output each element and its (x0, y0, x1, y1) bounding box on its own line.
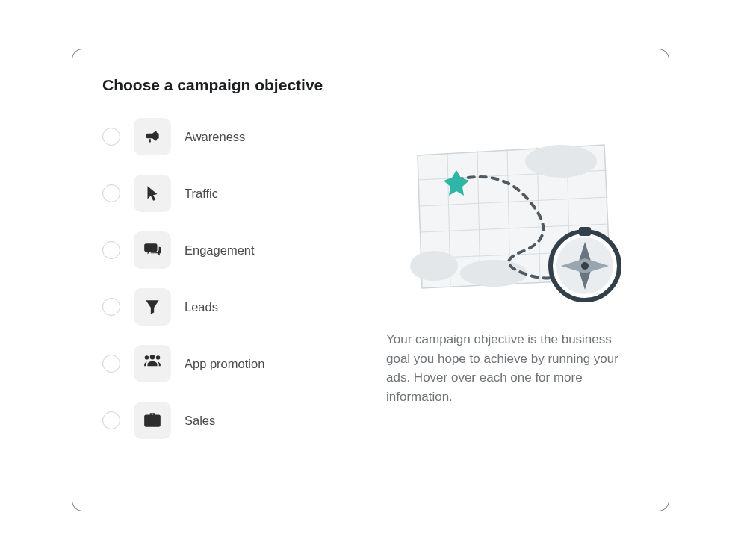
svg-rect-18 (579, 227, 591, 236)
campaign-objective-panel: Choose a campaign objective Awareness Tr… (72, 49, 669, 511)
option-label: Engagement (185, 243, 255, 258)
objective-option-engagement[interactable]: Engagement (102, 231, 356, 269)
info-pane: Your campaign objective is the business … (386, 118, 639, 484)
objective-option-traffic[interactable]: Traffic (102, 175, 356, 212)
chat-icon (134, 231, 171, 269)
svg-point-10 (525, 145, 597, 178)
briefcase-icon (134, 402, 171, 439)
radio-sales[interactable] (102, 411, 120, 429)
radio-awareness[interactable] (102, 128, 120, 146)
svg-point-17 (581, 262, 589, 270)
option-label: Sales (185, 414, 215, 428)
option-label: Leads (185, 300, 218, 314)
funnel-icon (134, 288, 171, 326)
option-label: App promotion (185, 357, 264, 371)
info-text: Your campaign objective is the business … (386, 330, 639, 406)
radio-engagement[interactable] (102, 241, 120, 259)
megaphone-icon (134, 118, 171, 155)
radio-leads[interactable] (102, 298, 120, 316)
objective-option-app-promotion[interactable]: App promotion (102, 345, 356, 382)
svg-point-12 (460, 260, 527, 287)
cursor-icon (134, 175, 171, 212)
objective-option-leads[interactable]: Leads (102, 288, 356, 326)
people-icon (134, 345, 171, 382)
map-compass-illustration (397, 139, 628, 311)
radio-traffic[interactable] (102, 184, 120, 202)
panel-title: Choose a campaign objective (102, 76, 639, 94)
content: Awareness Traffic Engagement (102, 118, 639, 484)
radio-app-promotion[interactable] (102, 355, 120, 373)
objective-option-sales[interactable]: Sales (102, 402, 356, 439)
option-label: Awareness (185, 130, 245, 144)
objective-options: Awareness Traffic Engagement (102, 118, 356, 484)
objective-option-awareness[interactable]: Awareness (102, 118, 356, 155)
option-label: Traffic (185, 187, 218, 201)
svg-point-11 (410, 251, 458, 281)
